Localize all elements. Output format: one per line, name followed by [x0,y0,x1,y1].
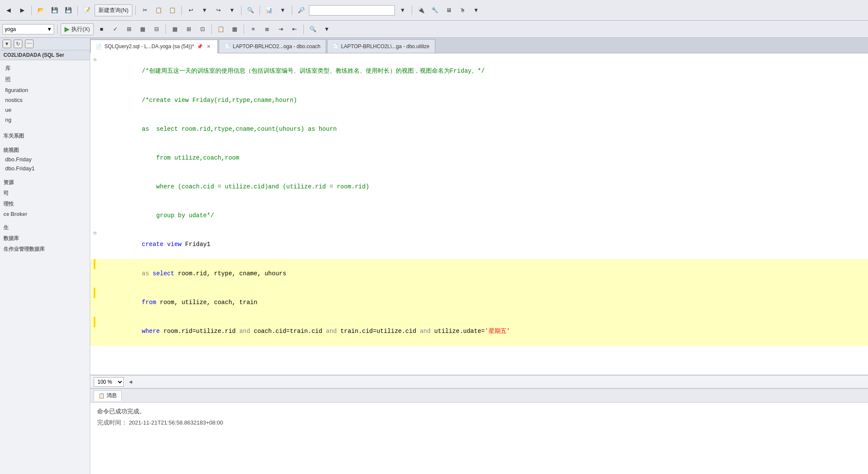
tab-sqlquery2[interactable]: 📄 SQLQuery2.sql - L...DA.yoga (sa (54))*… [90,40,218,53]
tab1-close[interactable]: ✕ [205,43,212,50]
collapse-7[interactable]: ⊟ [94,230,96,237]
indent-btn[interactable]: ⇥ [275,23,287,35]
results2-btn[interactable]: ▦ [169,23,181,35]
comment-3-select: select room.rid,rtype,cname,count(uhours… [156,126,308,132]
debug-btn[interactable]: 🔍 [307,23,319,35]
stop-btn[interactable]: ■ [95,23,107,35]
sidebar-item-nostics[interactable]: nostics [0,95,90,105]
sidebar-item-ue[interactable]: ue [0,105,90,115]
monitor-btn[interactable]: 🖱 [456,4,468,16]
undo-btn[interactable]: ↩ [185,4,197,16]
sep7 [292,6,292,15]
tab-coach[interactable]: 📄 LAPTOP-BRLHCO2...oga - dbo.coach [219,39,326,53]
report-dropdown[interactable]: ▼ [277,4,289,16]
align-right-btn[interactable]: ≣ [261,23,273,35]
kw-create: create [142,241,167,248]
table-btn[interactable]: ▦ [229,23,241,35]
copy-btn[interactable]: 📋 [153,4,165,16]
save-btn[interactable]: 💾 [49,4,61,16]
execute-btn[interactable]: ▶ 执行(X) [61,23,94,35]
sidebar-view-friday[interactable]: dbo.Friday [0,155,90,164]
align-left-btn[interactable]: ≡ [247,23,259,35]
sidebar-section-sheng: 生 [0,222,90,232]
code-content-10: where room.rid=utilize.rid and coach.cid… [106,317,865,346]
code-content-6: group by udate*/ [106,201,865,230]
kw-and2: and [326,328,341,335]
schema-btn[interactable]: ⊞ [183,23,195,35]
save-all-btn[interactable]: 💾 [62,4,74,16]
comment-1: /*创建周五这一天的训练室的使用信息（包括训练室编号、训练室类型、教练姓名、使用… [142,68,485,74]
exec-indicator-2 [94,288,95,298]
top-toolbar: ◀ ▶ 📂 💾 💾 📝 新建查询(N) ✂ 📋 📋 ↩ ▼ ↪ ▼ 🔍 📊 ▼ … [0,0,868,21]
sidebar-item-figuration[interactable]: figuration [0,85,90,95]
results-btn[interactable]: ▦ [137,23,149,35]
sidebar-item-zhao[interactable]: 照 [0,74,90,85]
paste-btn[interactable]: 📋 [166,4,178,16]
tab-utilize[interactable]: 📄 LAPTOP-BRLHCO2L\...ga - dbo.utilize [327,39,435,53]
connect-btn[interactable]: 🔌 [415,4,427,16]
grid-btn[interactable]: ⊟ [150,23,162,35]
open-btn[interactable]: 📂 [35,4,47,16]
sep1 [31,6,32,15]
browse-btn[interactable]: 🔍 [245,4,257,16]
result-timestamp: 2021-11-21T21:56:58.8632183+08:00 [129,419,223,426]
code-line-4: from utilize,coach,room [90,144,868,172]
db-dropdown[interactable]: yoga▼ [3,24,54,34]
undo-dropdown[interactable]: ▼ [199,4,211,16]
second-toolbar: yoga▼ ▶ 执行(X) ■ ✓ ⊞ ▦ ⊟ ▦ ⊞ ⊡ 📋 ▦ ≡ ≣ ⇥ … [0,21,868,38]
kw-and1: and [239,328,254,335]
results-tab-messages[interactable]: 📋 消息 [94,391,122,401]
comment-3-as: as [142,126,156,132]
tab1-pin-icon[interactable]: 📌 [197,44,203,49]
search-dropdown[interactable]: ▼ [397,4,409,16]
kw-friday1: Friday1 [185,241,211,248]
report-btn[interactable]: 📊 [263,4,275,16]
sep10 [165,25,166,34]
msg-btn[interactable]: 📋 [215,23,227,35]
code-where-3: train.cid=utilize.cid [340,328,420,335]
tab3-icon: 📄 [333,43,339,49]
diagram-btn[interactable]: ⊞ [123,23,135,35]
fwd-btn[interactable]: ▶ [16,4,28,16]
outdent-btn[interactable]: ⇤ [288,23,300,35]
sidebar-section-views: 统视图 [0,144,90,155]
sidebar-refresh-btn[interactable]: ↻ [14,40,22,48]
cut-btn[interactable]: ✂ [139,4,151,16]
code-editor[interactable]: ⊟ /*创建周五这一天的训练室的使用信息（包括训练室编号、训练室类型、教练姓名、… [90,53,868,375]
result-message1-text: 命令已成功完成。 [97,408,145,415]
sidebar-section-database: 数据库 [0,232,90,243]
collapse-1[interactable]: ⊟ [94,57,96,64]
code-line-2: /*create view Friday(rid,rtype,cname,hou… [90,86,868,114]
code-line-1: ⊟ /*创建周五这一天的训练室的使用信息（包括训练室编号、训练室类型、教练姓名、… [90,57,868,86]
sidebar-view-friday1[interactable]: dbo.Friday1 [0,164,90,173]
back-btn[interactable]: ◀ [3,4,15,16]
code-line-5: where (coach.cid = utilize.cid)and (util… [90,172,868,201]
redo-btn[interactable]: ↪ [212,4,224,16]
sidebar-item-ku[interactable]: 库 [0,63,90,74]
kw-view: view [167,241,185,248]
search-input[interactable] [309,5,395,15]
sidebar-filter-btn[interactable]: ▼ [3,40,11,48]
code-content-7: create view Friday1 [106,230,865,259]
scroll-left-btn[interactable]: ◀ [127,379,134,385]
new-query-icon-btn[interactable]: 📝 [81,4,93,16]
check-btn[interactable]: ✓ [109,23,121,35]
more-btn[interactable]: ▼ [470,4,482,16]
server-btn[interactable]: 🖥 [443,4,455,16]
object-btn[interactable]: ⊡ [196,23,208,35]
comment-3-rest: hourn [315,126,336,132]
wrench-btn[interactable]: 🔧 [429,4,441,16]
new-query-btn[interactable]: 新建查询(N) [95,4,132,16]
sidebar-activity-btn[interactable]: 〰 [25,40,34,48]
comment-2: /*create view Friday(rid,rtype,cname,hou… [142,97,297,104]
redo-dropdown[interactable]: ▼ [226,4,238,16]
gutter-8 [94,259,102,269]
sidebar-item-ng[interactable]: ng [0,115,90,125]
gutter-10 [94,317,102,327]
zoom-select[interactable]: 100 % [94,377,124,387]
code-where-2: coach.cid=train.cid [254,328,326,335]
sep3 [135,6,136,15]
debug-dropdown[interactable]: ▼ [321,23,333,35]
sidebar-section-company: 司 [0,187,90,198]
search-icon-btn[interactable]: 🔎 [295,4,307,16]
